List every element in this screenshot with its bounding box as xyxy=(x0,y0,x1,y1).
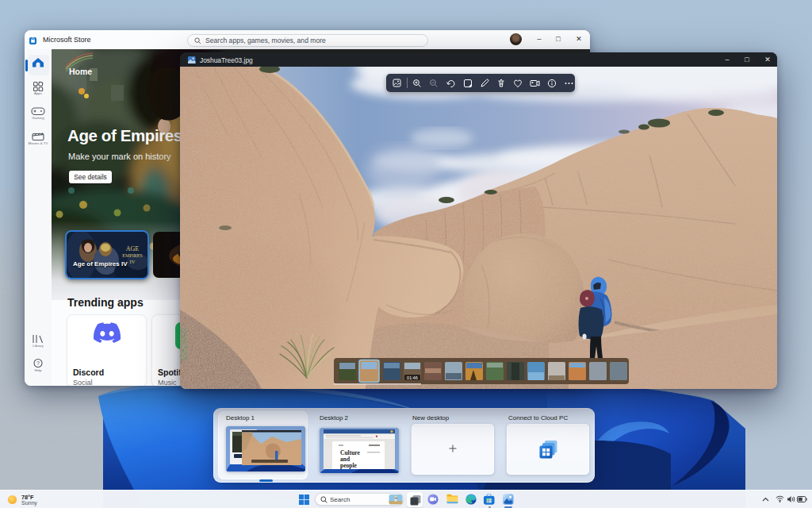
svg-text:01:46: 01:46 xyxy=(407,375,418,380)
svg-text:?: ? xyxy=(36,360,40,366)
svg-text:EMPIRES: EMPIRES xyxy=(122,253,142,258)
svg-text:IV: IV xyxy=(130,259,136,264)
svg-text:people: people xyxy=(340,462,358,469)
svg-text:AGE: AGE xyxy=(126,245,140,252)
